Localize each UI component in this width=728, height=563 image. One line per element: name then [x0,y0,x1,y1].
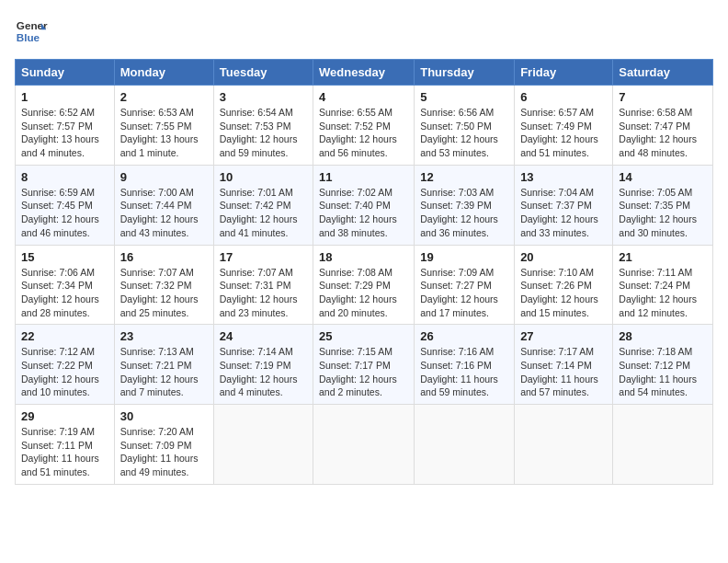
calendar-cell: 16Sunrise: 7:07 AM Sunset: 7:32 PM Dayli… [114,245,213,325]
col-header-sunday: Sunday [16,60,115,86]
day-number: 6 [520,90,607,104]
calendar-cell: 6Sunrise: 6:57 AM Sunset: 7:49 PM Daylig… [515,86,613,166]
calendar-cell: 1Sunrise: 6:52 AM Sunset: 7:57 PM Daylig… [16,86,115,166]
day-info: Sunrise: 6:52 AM Sunset: 7:57 PM Dayligh… [21,106,108,160]
day-info: Sunrise: 6:56 AM Sunset: 7:50 PM Dayligh… [420,106,508,160]
day-info: Sunrise: 6:57 AM Sunset: 7:49 PM Dayligh… [520,106,607,160]
calendar-cell: 27Sunrise: 7:17 AM Sunset: 7:14 PM Dayli… [515,325,613,405]
calendar-cell: 3Sunrise: 6:54 AM Sunset: 7:53 PM Daylig… [213,86,313,166]
day-number: 24 [220,329,307,343]
day-number: 21 [619,250,707,264]
day-info: Sunrise: 7:06 AM Sunset: 7:34 PM Dayligh… [21,266,108,320]
day-number: 27 [520,329,607,343]
day-info: Sunrise: 7:13 AM Sunset: 7:21 PM Dayligh… [120,345,208,399]
day-number: 17 [220,250,307,264]
day-info: Sunrise: 6:55 AM Sunset: 7:52 PM Dayligh… [319,106,408,160]
col-header-wednesday: Wednesday [313,60,415,86]
calendar-cell: 26Sunrise: 7:16 AM Sunset: 7:16 PM Dayli… [415,325,515,405]
day-number: 7 [619,90,707,104]
day-info: Sunrise: 6:59 AM Sunset: 7:45 PM Dayligh… [21,186,108,240]
svg-text:General: General [17,19,48,31]
day-info: Sunrise: 7:12 AM Sunset: 7:22 PM Dayligh… [21,345,108,399]
day-number: 22 [21,329,108,343]
svg-text:Blue: Blue [17,31,40,43]
day-info: Sunrise: 7:07 AM Sunset: 7:31 PM Dayligh… [220,266,307,320]
calendar-cell [213,405,313,485]
day-number: 29 [21,409,108,423]
day-number: 11 [319,170,408,184]
calendar-cell: 17Sunrise: 7:07 AM Sunset: 7:31 PM Dayli… [213,245,313,325]
calendar-cell: 18Sunrise: 7:08 AM Sunset: 7:29 PM Dayli… [313,245,415,325]
calendar-cell: 14Sunrise: 7:05 AM Sunset: 7:35 PM Dayli… [613,165,713,245]
day-number: 18 [319,250,408,264]
day-info: Sunrise: 7:20 AM Sunset: 7:09 PM Dayligh… [120,425,208,479]
day-number: 10 [220,170,307,184]
calendar-cell: 29Sunrise: 7:19 AM Sunset: 7:11 PM Dayli… [16,405,115,485]
day-info: Sunrise: 7:05 AM Sunset: 7:35 PM Dayligh… [619,186,707,240]
logo-icon: General Blue [15,15,48,48]
day-number: 8 [21,170,108,184]
day-number: 15 [21,250,108,264]
day-number: 23 [120,329,208,343]
day-number: 2 [120,90,208,104]
calendar-cell [313,405,415,485]
calendar-cell: 24Sunrise: 7:14 AM Sunset: 7:19 PM Dayli… [213,325,313,405]
day-number: 9 [120,170,208,184]
col-header-saturday: Saturday [613,60,713,86]
day-info: Sunrise: 7:14 AM Sunset: 7:19 PM Dayligh… [220,345,307,399]
logo: General Blue [15,15,48,48]
calendar-cell: 8Sunrise: 6:59 AM Sunset: 7:45 PM Daylig… [16,165,115,245]
day-number: 13 [520,170,607,184]
day-number: 25 [319,329,408,343]
day-info: Sunrise: 7:10 AM Sunset: 7:26 PM Dayligh… [520,266,607,320]
calendar-cell: 2Sunrise: 6:53 AM Sunset: 7:55 PM Daylig… [114,86,213,166]
calendar-cell: 9Sunrise: 7:00 AM Sunset: 7:44 PM Daylig… [114,165,213,245]
day-info: Sunrise: 7:11 AM Sunset: 7:24 PM Dayligh… [619,266,707,320]
calendar-cell: 10Sunrise: 7:01 AM Sunset: 7:42 PM Dayli… [213,165,313,245]
calendar-cell: 23Sunrise: 7:13 AM Sunset: 7:21 PM Dayli… [114,325,213,405]
calendar-cell [415,405,515,485]
calendar-cell: 4Sunrise: 6:55 AM Sunset: 7:52 PM Daylig… [313,86,415,166]
calendar-cell [613,405,713,485]
day-number: 28 [619,329,707,343]
calendar-cell: 11Sunrise: 7:02 AM Sunset: 7:40 PM Dayli… [313,165,415,245]
day-number: 5 [420,90,508,104]
col-header-friday: Friday [515,60,613,86]
day-info: Sunrise: 6:53 AM Sunset: 7:55 PM Dayligh… [120,106,208,160]
calendar-cell: 21Sunrise: 7:11 AM Sunset: 7:24 PM Dayli… [613,245,713,325]
calendar-cell: 15Sunrise: 7:06 AM Sunset: 7:34 PM Dayli… [16,245,115,325]
day-number: 30 [120,409,208,423]
day-info: Sunrise: 7:00 AM Sunset: 7:44 PM Dayligh… [120,186,208,240]
day-info: Sunrise: 7:04 AM Sunset: 7:37 PM Dayligh… [520,186,607,240]
page-header: General Blue [15,15,713,48]
day-info: Sunrise: 7:16 AM Sunset: 7:16 PM Dayligh… [420,345,508,399]
col-header-monday: Monday [114,60,213,86]
day-info: Sunrise: 7:02 AM Sunset: 7:40 PM Dayligh… [319,186,408,240]
day-number: 3 [220,90,307,104]
calendar-cell: 25Sunrise: 7:15 AM Sunset: 7:17 PM Dayli… [313,325,415,405]
day-number: 12 [420,170,508,184]
calendar-cell: 5Sunrise: 6:56 AM Sunset: 7:50 PM Daylig… [415,86,515,166]
day-info: Sunrise: 7:17 AM Sunset: 7:14 PM Dayligh… [520,345,607,399]
day-info: Sunrise: 6:54 AM Sunset: 7:53 PM Dayligh… [220,106,307,160]
day-number: 20 [520,250,607,264]
calendar-cell: 19Sunrise: 7:09 AM Sunset: 7:27 PM Dayli… [415,245,515,325]
day-number: 1 [21,90,108,104]
day-number: 19 [420,250,508,264]
day-info: Sunrise: 7:15 AM Sunset: 7:17 PM Dayligh… [319,345,408,399]
day-info: Sunrise: 7:18 AM Sunset: 7:12 PM Dayligh… [619,345,707,399]
day-info: Sunrise: 6:58 AM Sunset: 7:47 PM Dayligh… [619,106,707,160]
col-header-tuesday: Tuesday [213,60,313,86]
calendar-cell: 13Sunrise: 7:04 AM Sunset: 7:37 PM Dayli… [515,165,613,245]
calendar-cell: 28Sunrise: 7:18 AM Sunset: 7:12 PM Dayli… [613,325,713,405]
calendar-cell: 7Sunrise: 6:58 AM Sunset: 7:47 PM Daylig… [613,86,713,166]
day-number: 14 [619,170,707,184]
calendar-cell: 22Sunrise: 7:12 AM Sunset: 7:22 PM Dayli… [16,325,115,405]
day-info: Sunrise: 7:09 AM Sunset: 7:27 PM Dayligh… [420,266,508,320]
calendar-cell: 12Sunrise: 7:03 AM Sunset: 7:39 PM Dayli… [415,165,515,245]
calendar-cell: 20Sunrise: 7:10 AM Sunset: 7:26 PM Dayli… [515,245,613,325]
day-number: 26 [420,329,508,343]
day-info: Sunrise: 7:07 AM Sunset: 7:32 PM Dayligh… [120,266,208,320]
day-info: Sunrise: 7:08 AM Sunset: 7:29 PM Dayligh… [319,266,408,320]
col-header-thursday: Thursday [415,60,515,86]
